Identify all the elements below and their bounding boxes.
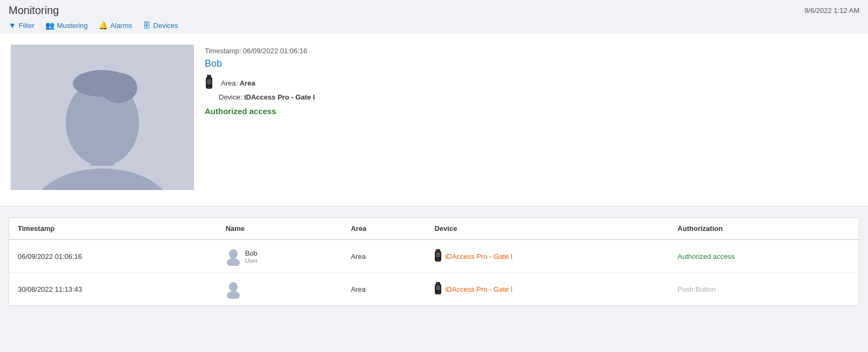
small-avatar: [226, 279, 241, 299]
filter-label: Filter: [19, 22, 34, 30]
avatar: [11, 45, 194, 190]
card-details: Area: Area Device: iDAccess Pro - Gate I: [205, 75, 857, 101]
svg-point-4: [73, 70, 132, 97]
alarms-label: Alarms: [110, 22, 132, 30]
keyfob-icon: [205, 75, 213, 91]
svg-rect-14: [436, 252, 440, 257]
alarms-nav-item[interactable]: 🔔 Alarms: [99, 21, 132, 30]
card-area-row: Area: Area: [205, 75, 857, 91]
svg-point-18: [229, 282, 238, 292]
svg-point-8: [208, 87, 210, 89]
svg-point-22: [438, 292, 440, 294]
main-card: Timestamp: 06/09/2022 01:06:16 Bob Area:…: [0, 34, 868, 207]
device-keyfob-icon: [434, 249, 442, 263]
col-name: Name: [217, 218, 343, 240]
page-title: Monitoring: [9, 4, 59, 17]
devices-nav-item[interactable]: 🗄 Devices: [143, 21, 178, 30]
card-device-text: Device: iDAccess Pro - Gate I: [219, 93, 315, 101]
cell-name: [217, 273, 343, 306]
card-timestamp: Timestamp: 06/09/2022 01:06:16: [205, 47, 857, 55]
filter-nav-item[interactable]: ▼ Filter: [9, 21, 34, 30]
mustering-icon: 👥: [45, 21, 54, 30]
svg-point-15: [438, 259, 440, 261]
svg-point-9: [227, 258, 240, 266]
svg-point-11: [229, 249, 238, 259]
cell-timestamp: 06/09/2022 01:06:16: [9, 240, 217, 273]
svg-rect-7: [207, 79, 211, 85]
svg-rect-19: [436, 282, 440, 284]
timestamp-label: Timestamp:: [205, 47, 241, 55]
svg-rect-12: [436, 249, 440, 251]
devices-icon: 🗄: [143, 21, 150, 30]
cell-authorization: Authorized access: [669, 240, 859, 273]
table-section: Timestamp Name Area Device Authorization…: [0, 207, 868, 317]
devices-label: Devices: [153, 22, 178, 30]
table-row: 06/09/2022 01:06:16 BobUserArea iDAccess…: [9, 240, 859, 273]
cell-device: iDAccess Pro - Gate I: [426, 273, 669, 306]
person-name: Bob: [245, 249, 258, 257]
card-person-name: Bob: [205, 58, 857, 69]
cell-timestamp: 30/08/2022 11:13:43: [9, 273, 217, 306]
events-table: Timestamp Name Area Device Authorization…: [9, 218, 859, 306]
timestamp-value: 06/09/2022 01:06:16: [243, 47, 307, 55]
table-row: 30/08/2022 11:13:43 Area iDAccess Pro - …: [9, 273, 859, 306]
svg-rect-5: [207, 75, 211, 77]
header-datetime: 9/6/2022 1:12 AM: [804, 6, 859, 15]
col-device: Device: [426, 218, 669, 240]
header: Monitoring 9/6/2022 1:12 AM: [0, 0, 868, 19]
svg-rect-21: [436, 285, 440, 290]
cell-authorization: Push Button: [669, 273, 859, 306]
table-header-row: Timestamp Name Area Device Authorization: [9, 218, 859, 240]
cell-name: BobUser: [217, 240, 343, 273]
mustering-label: Mustering: [57, 22, 88, 30]
col-area: Area: [342, 218, 426, 240]
small-avatar: [226, 247, 241, 266]
cell-area: Area: [342, 273, 426, 306]
mustering-nav-item[interactable]: 👥 Mustering: [45, 21, 88, 30]
col-timestamp: Timestamp: [9, 218, 217, 240]
card-info: Timestamp: 06/09/2022 01:06:16 Bob Area:…: [205, 45, 857, 116]
card-area-text: Area: Area: [221, 79, 255, 87]
device-name[interactable]: iDAccess Pro - Gate I: [445, 252, 512, 261]
svg-point-0: [32, 168, 172, 190]
card-device-row: Device: iDAccess Pro - Gate I: [219, 93, 857, 101]
table-wrapper: Timestamp Name Area Device Authorization…: [9, 217, 859, 306]
cell-area: Area: [342, 240, 426, 273]
cell-device: iDAccess Pro - Gate I: [426, 240, 669, 273]
col-authorization: Authorization: [669, 218, 859, 240]
navbar: ▼ Filter 👥 Mustering 🔔 Alarms 🗄 Devices: [0, 19, 868, 34]
card-authorization-status: Authorized access: [205, 107, 857, 116]
device-keyfob-icon: [434, 282, 442, 296]
person-role: User: [245, 257, 258, 264]
svg-point-16: [227, 291, 240, 299]
alarms-icon: 🔔: [99, 21, 108, 30]
device-name[interactable]: iDAccess Pro - Gate I: [445, 285, 512, 293]
filter-icon: ▼: [9, 21, 16, 30]
